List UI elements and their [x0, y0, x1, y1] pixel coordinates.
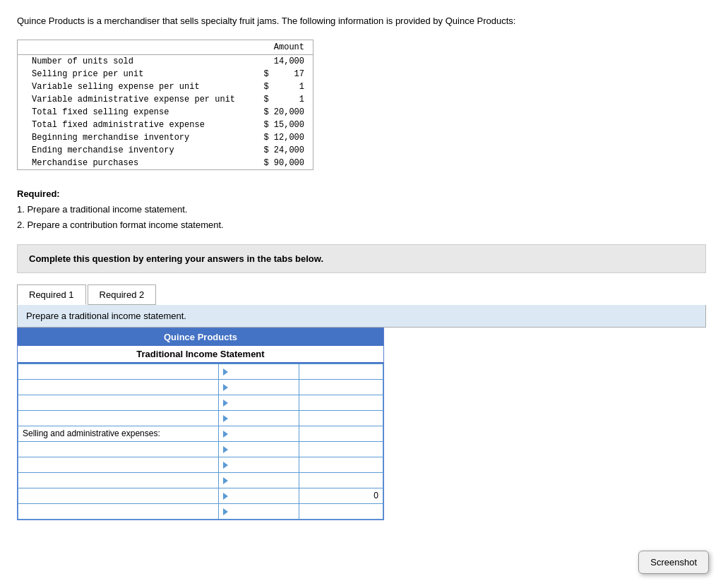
is-company-name: Quince Products — [18, 328, 383, 346]
triangle-icon — [223, 446, 228, 453]
required-item-1: 1. Prepare a traditional income statemen… — [17, 202, 706, 217]
table-row-value: $ 15,000 — [249, 119, 313, 131]
is-row-mid[interactable] — [219, 364, 299, 379]
is-row-mid[interactable] — [219, 457, 299, 472]
is-row-mid[interactable] — [219, 503, 299, 519]
is-row-right[interactable]: 0 — [299, 488, 383, 503]
table-row-label: Total fixed administrative expense — [18, 119, 249, 131]
table-row-value: $ 1 — [249, 93, 313, 106]
is-row-label[interactable] — [18, 472, 219, 488]
is-table: Selling and administrative expenses:0 — [18, 364, 383, 520]
tab-content-header: Prepare a traditional income statement. — [17, 305, 706, 328]
intro-text: Quince Products is a merchandiser that s… — [17, 14, 706, 28]
triangle-icon — [223, 415, 228, 422]
table-row-value: $ 1 — [249, 80, 313, 93]
is-row-label[interactable] — [18, 457, 219, 472]
is-row-label[interactable] — [18, 364, 219, 379]
table-row-label: Number of units sold — [18, 54, 249, 68]
is-row-mid[interactable] — [219, 395, 299, 410]
table-row-value: $ 12,000 — [249, 131, 313, 144]
table-row-label: Merchandise purchases — [18, 157, 249, 169]
complete-box-text: Complete this question by entering your … — [29, 253, 323, 264]
is-row-right[interactable] — [299, 364, 383, 379]
table-row-label: Variable administrative expense per unit — [18, 93, 249, 106]
triangle-icon — [223, 431, 228, 438]
is-row-label[interactable] — [18, 395, 219, 410]
is-row-mid[interactable] — [219, 410, 299, 426]
is-row-mid[interactable] — [219, 426, 299, 441]
triangle-icon — [223, 508, 228, 515]
table-row-value: $ 24,000 — [249, 144, 313, 157]
tab-required-1[interactable]: Required 1 — [17, 284, 86, 305]
tabs-container: Required 1 Required 2 — [17, 284, 706, 305]
table-row-value: $ 20,000 — [249, 106, 313, 119]
triangle-icon — [223, 368, 228, 376]
required-title: Required: — [17, 186, 706, 202]
is-statement-title: Traditional Income Statement — [18, 346, 383, 364]
table-row-label: Variable selling expense per unit — [18, 80, 249, 93]
required-section: Required: 1. Prepare a traditional incom… — [17, 186, 706, 233]
triangle-icon — [223, 400, 228, 407]
table-row-label: Total fixed selling expense — [18, 106, 249, 119]
is-row-mid[interactable] — [219, 441, 299, 457]
is-row-mid[interactable] — [219, 472, 299, 488]
tab-required-2[interactable]: Required 2 — [88, 284, 157, 305]
required-item-2: 2. Prepare a contribution format income … — [17, 217, 706, 233]
is-row-right[interactable] — [299, 472, 383, 488]
is-row-label[interactable] — [18, 441, 219, 457]
triangle-icon — [223, 384, 228, 391]
table-row-value: $ 17 — [249, 68, 313, 80]
triangle-icon — [223, 462, 228, 469]
data-table: Amount Number of units sold14,000Selling… — [18, 40, 313, 169]
is-row-right[interactable] — [299, 441, 383, 457]
income-statement-wrapper: Quince Products Traditional Income State… — [17, 328, 384, 520]
is-row-mid[interactable] — [219, 488, 299, 503]
is-row-right[interactable] — [299, 503, 383, 519]
data-table-wrapper: Amount Number of units sold14,000Selling… — [17, 40, 313, 170]
is-row-label: Selling and administrative expenses: — [18, 426, 219, 441]
is-row-mid[interactable] — [219, 379, 299, 395]
is-row-right[interactable] — [299, 426, 383, 441]
table-row-label: Ending merchandise inventory — [18, 144, 249, 157]
is-row-right[interactable] — [299, 379, 383, 395]
is-row-label[interactable] — [18, 503, 219, 519]
triangle-icon — [223, 477, 228, 484]
table-row-label: Selling price per unit — [18, 68, 249, 80]
is-row-label[interactable] — [18, 410, 219, 426]
complete-box: Complete this question by entering your … — [17, 244, 706, 273]
is-row-right[interactable] — [299, 395, 383, 410]
amount-header: Amount — [249, 40, 313, 55]
table-row-value: $ 90,000 — [249, 157, 313, 169]
is-row-label[interactable] — [18, 488, 219, 503]
is-row-right[interactable] — [299, 457, 383, 472]
is-row-label[interactable] — [18, 379, 219, 395]
triangle-icon — [223, 493, 228, 500]
table-row-label: Beginning merchandise inventory — [18, 131, 249, 144]
table-row-value: 14,000 — [249, 54, 313, 68]
is-row-right[interactable] — [299, 410, 383, 426]
